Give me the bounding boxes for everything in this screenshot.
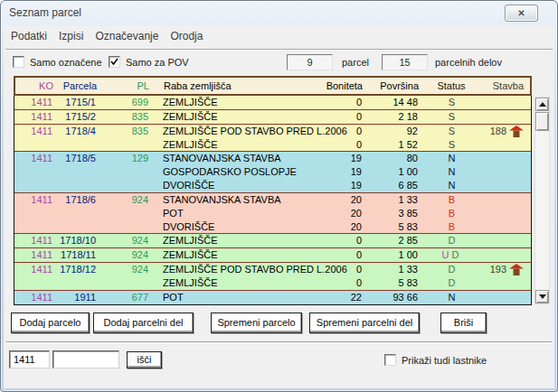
cell-stavba	[483, 207, 506, 220]
cell-stavba	[483, 193, 506, 207]
cell-boniteta: 20	[329, 220, 362, 234]
cell-raba: DVORIŠČE	[148, 220, 329, 234]
header-povrsina: Površina	[363, 80, 419, 91]
cell-status: N	[418, 152, 483, 165]
dodaj-parcelni-del-button[interactable]: Dodaj parcelni del	[93, 313, 194, 333]
cell-pl	[96, 207, 148, 220]
menu-item-podatki[interactable]: Podatki	[11, 30, 47, 42]
cell-boniteta: 0	[329, 110, 362, 124]
menu-bar: Podatki Izpisi Označevanje Orodja	[11, 30, 203, 42]
cell-stavba	[483, 152, 506, 165]
table-row[interactable]: ZEMLJIŠČE 0 5 83 D	[14, 276, 531, 290]
scroll-down-button[interactable]	[535, 290, 549, 303]
prikazi-tudi-lastnike-checkbox[interactable]: Prikaži tudi lastnike	[384, 354, 487, 366]
ko-search-input[interactable]	[9, 350, 50, 369]
status-value: N	[449, 180, 456, 191]
status-value: D	[452, 249, 459, 260]
cell-parcela: 1718/6	[52, 193, 96, 207]
cell-stavba	[483, 276, 506, 290]
cell-parcela: 1718/5	[52, 152, 96, 165]
table-row[interactable]: 1411 1718/5 129 STANOVANJSKA STAVBA 19 8…	[14, 152, 531, 165]
status-value: B	[449, 221, 455, 232]
table-row[interactable]: 1411 1715/1 699 ZEMLJIŠČE 0 14 48 S	[14, 96, 531, 109]
menu-item-izpisi[interactable]: Izpisi	[59, 30, 83, 42]
cell-ko	[18, 179, 52, 192]
cell-ko: 1411	[18, 152, 52, 165]
parcel-group: 1411 1715/1 699 ZEMLJIŠČE 0 14 48 S	[14, 96, 531, 109]
cell-povrsina: 1 52	[362, 138, 418, 152]
cell-ko	[18, 220, 52, 234]
header-status: Status	[419, 80, 484, 91]
arrow-down-icon	[539, 294, 546, 299]
brisi-button[interactable]: Briši	[440, 313, 487, 333]
window-title: Seznam parcel	[9, 6, 81, 19]
table-row[interactable]: 1411 1718/11 924 ZEMLJIŠČE 0 1 00 UD	[14, 248, 531, 262]
cell-raba: DVORIŠČE	[148, 179, 329, 192]
table-row[interactable]: 1411 1718/6 924 STANOVANJSKA STAVBA 20 1…	[14, 193, 531, 207]
cell-ko: 1411	[18, 234, 52, 247]
cell-povrsina: 2 18	[362, 110, 418, 124]
table-row[interactable]: DVORIŠČE 20 5 83 B	[14, 220, 531, 234]
table-row[interactable]: DVORIŠČE 19 6 85 N	[14, 179, 531, 192]
cell-pl: 924	[96, 234, 148, 247]
table-row[interactable]: 1411 1718/12 924 ZEMLJIŠČE POD STAVBO PR…	[14, 263, 531, 276]
cell-ko: 1411	[18, 263, 52, 276]
cell-raba: POT	[148, 291, 329, 304]
parcel-part-count-label: parcelnih delov	[435, 57, 502, 68]
table-row[interactable]: 1411 1718/4 835 ZEMLJIŠČE POD STAVBO PRE…	[14, 125, 531, 138]
cell-house	[506, 110, 525, 124]
vertical-scrollbar[interactable]	[534, 97, 550, 304]
menu-item-oznacevanje[interactable]: Označevanje	[95, 30, 158, 42]
titlebar[interactable]: Seznam parcel ✕	[0, 0, 558, 26]
spremeni-parcelni-del-button[interactable]: Spremeni parcelni del	[309, 313, 420, 333]
parcel-group: 1411 1718/4 835 ZEMLJIŠČE POD STAVBO PRE…	[14, 124, 531, 152]
cell-raba: ZEMLJIŠČE POD STAVBO PRED L.2006	[148, 125, 329, 138]
table-row[interactable]: 1411 1715/2 835 ZEMLJIŠČE 0 2 18 S	[14, 110, 531, 124]
cell-stavba: 193	[483, 263, 506, 276]
header-boniteta: Boniteta	[312, 80, 363, 91]
table-row[interactable]: GOSPODARSKO POSLOPJE 19 1 00 N	[14, 165, 531, 179]
cell-stavba	[483, 179, 506, 192]
table-row[interactable]: ZEMLJIŠČE 0 1 52 S	[14, 138, 531, 152]
menu-item-orodja[interactable]: Orodja	[170, 30, 203, 42]
cell-pl: 677	[96, 291, 148, 304]
samo-za-pov-checkbox[interactable]: Samo za POV	[109, 56, 189, 68]
cell-parcela: 1715/1	[52, 96, 96, 109]
status-value: S	[449, 111, 455, 122]
scroll-up-button[interactable]	[535, 98, 549, 111]
dodaj-parcelo-button[interactable]: Dodaj parcelo	[11, 313, 90, 333]
cell-house	[506, 234, 525, 247]
status-value: D	[449, 235, 456, 246]
table-row[interactable]: POT 20 3 85 B	[14, 207, 531, 220]
scrollbar-thumb[interactable]	[535, 112, 549, 131]
parcel-group: 1411 1718/12 924 ZEMLJIŠČE POD STAVBO PR…	[14, 262, 531, 290]
header-parcela: Parcela	[53, 80, 97, 91]
close-button[interactable]: ✕	[505, 5, 538, 22]
cell-parcela: 1715/2	[52, 110, 96, 124]
cell-status: D	[418, 276, 483, 290]
cell-povrsina: 2 85	[362, 234, 418, 247]
cell-pl	[96, 220, 148, 234]
cell-pl	[96, 276, 148, 290]
header-pl: PL	[97, 80, 149, 91]
cell-stavba	[483, 110, 506, 124]
seznam-parcel-window: Seznam parcel ✕ Podatki Izpisi Označevan…	[0, 0, 558, 392]
cell-house	[506, 263, 525, 276]
cell-house	[506, 152, 525, 165]
table-row[interactable]: 1411 1911 677 POT 22 93 66 N	[14, 291, 531, 304]
close-icon: ✕	[517, 8, 525, 18]
cell-house	[506, 165, 525, 179]
cell-stavba	[483, 248, 506, 262]
cell-parcela	[52, 179, 96, 192]
cell-stavba: 188	[483, 125, 506, 138]
parcel-group: 1411 1718/6 924 STANOVANJSKA STAVBA 20 1…	[14, 192, 531, 234]
checkbox-box	[13, 56, 24, 68]
spremeni-parcelo-button[interactable]: Spremeni parcelo	[211, 313, 302, 333]
parcela-search-input[interactable]	[52, 350, 119, 369]
samo-oznacene-checkbox[interactable]: Samo označene	[13, 56, 102, 68]
cell-povrsina: 93 66	[362, 291, 418, 304]
table-row[interactable]: 1411 1718/10 924 ZEMLJIŠČE 0 2 85 D	[14, 234, 531, 247]
cell-boniteta: 19	[329, 179, 362, 192]
isci-button[interactable]: išči	[127, 351, 162, 369]
cell-ko: 1411	[18, 291, 52, 304]
